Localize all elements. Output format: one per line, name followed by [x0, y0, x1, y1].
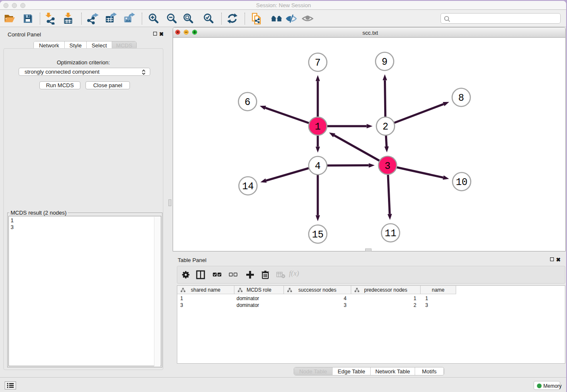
- svg-text:1: 1: [315, 121, 321, 133]
- svg-text:2: 2: [383, 121, 388, 133]
- svg-text:6: 6: [245, 97, 250, 108]
- svg-text:9: 9: [382, 57, 388, 68]
- svg-text:7: 7: [315, 58, 321, 69]
- svg-text:4: 4: [315, 161, 321, 172]
- svg-text:10: 10: [456, 177, 468, 188]
- svg-text:15: 15: [312, 229, 324, 240]
- svg-text:8: 8: [458, 93, 464, 104]
- svg-text:11: 11: [385, 228, 396, 239]
- svg-text:3: 3: [385, 161, 391, 172]
- svg-text:14: 14: [242, 181, 254, 192]
